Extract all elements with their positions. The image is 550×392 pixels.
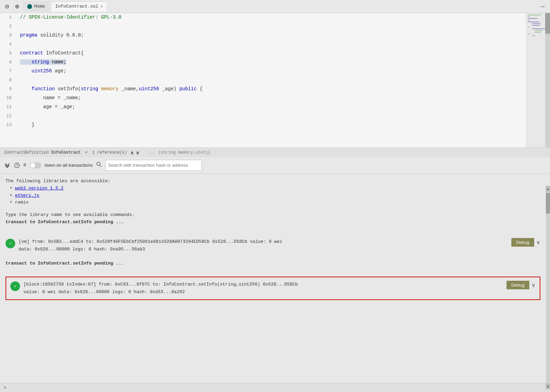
expand-button-2[interactable]: ∨	[531, 282, 536, 288]
tx-actions-2: Debug ∨	[507, 281, 536, 289]
chevron-double-down-icon	[4, 162, 10, 168]
line-content-7: uint256 age;	[17, 68, 550, 74]
line-num-4: 4	[0, 42, 17, 47]
code-line-13: 13 }	[0, 122, 550, 131]
debug-button-2[interactable]: Debug	[507, 281, 529, 289]
tx-actions-1: Debug ∨	[511, 238, 540, 247]
tx-entry-1: ✓ [vm] from: 0x5B3...eddC4 to: 0x528f48F…	[6, 235, 540, 256]
line-content-8	[17, 77, 550, 83]
code-line-11: 11 age = _age;	[0, 104, 550, 113]
breadcrumb-refs: 1 reference(s)	[92, 150, 127, 155]
breadcrumb-bar: ContractDefinition InfoContract ➤ 1 refe…	[0, 147, 550, 157]
tx-line1-2: [block:19502758 txIndex:67] from: 0xC93.…	[23, 282, 298, 287]
zoom-out-button[interactable]: ⊖	[3, 2, 11, 11]
line-content-6: string name;	[17, 59, 550, 65]
line-num-9: 9	[0, 86, 17, 92]
code-line-4: 4	[0, 41, 550, 50]
line-num-1: 1	[0, 15, 17, 20]
breadcrumb-hint: ... (string memory,uint){	[148, 150, 210, 155]
tx-check-2: ✓	[10, 281, 20, 291]
breadcrumb-name: InfoContract	[51, 150, 81, 155]
scrollbar-up-arrow[interactable]: ▲	[546, 186, 550, 192]
tx-line2-1: data: 0x826...00000 logs: 0 hash: 0xa95.…	[19, 247, 145, 252]
log-hint: Type the library name to see available c…	[6, 212, 540, 226]
code-line-2: 2	[0, 23, 550, 32]
code-line-9: 9 function setInfo(string memory _name,u…	[0, 86, 550, 95]
svg-line-4	[100, 165, 101, 167]
line-content-4	[17, 41, 550, 47]
log-intro-text: The following libraries are accessible:	[6, 178, 110, 184]
collapse-button[interactable]	[4, 162, 10, 168]
close-icon[interactable]: ✕	[100, 4, 103, 9]
line-num-2: 2	[0, 24, 17, 29]
pending-2-text: transact to InfoContract.setInfo pending…	[6, 260, 540, 267]
bottom-bar: >	[0, 383, 550, 392]
code-line-12: 12	[0, 113, 550, 122]
log-lib-2: • ethers.js	[10, 193, 39, 198]
listen-label: listen on all transactions	[45, 163, 93, 168]
resize-icon[interactable]: ↔	[538, 3, 547, 10]
editor-minimap	[526, 13, 545, 147]
tx-line2-2: value: 0 wei data: 0x826...00000 logs: 0…	[23, 289, 185, 295]
pending-1: transact to InfoContract.setInfo pending…	[6, 219, 124, 225]
scrollbar-thumb[interactable]	[546, 193, 550, 214]
lib-link-2[interactable]: ethers.js	[15, 193, 39, 198]
tx-toolbar: 0 listen on all transactions	[0, 157, 550, 174]
debug-button-1[interactable]: Debug	[511, 238, 534, 247]
transaction-panel: 0 listen on all transactions The followi…	[0, 157, 550, 383]
line-num-7: 7	[0, 69, 17, 74]
pending-2: transact to InfoContract.setInfo pending…	[6, 261, 124, 266]
code-line-1: 1 // SPDX-License-Identifier: GPL-3.0	[0, 14, 550, 23]
line-content-5: contract InfoContract{	[17, 50, 550, 56]
lib-link-1[interactable]: web3 version 1.5.2	[15, 186, 63, 191]
clock-icon-button[interactable]	[14, 162, 20, 168]
refs-down-button[interactable]: ∨	[136, 150, 139, 155]
tab-bar: ⊖ ⊕ Home InfoContract.sol ✕ ↔	[0, 0, 550, 13]
line-num-6: 6	[0, 60, 17, 65]
line-num-11: 11	[0, 104, 17, 110]
tab-file-label: InfoContract.sol	[55, 4, 98, 9]
log-lib-3: • remix	[10, 200, 29, 205]
tx-details-1: [vm] from: 0x5B3...eddC4 to: 0x528f48F5E…	[19, 238, 508, 253]
line-content-11: age = _age;	[17, 104, 550, 110]
expand-button-1[interactable]: ∨	[536, 239, 540, 246]
code-line-10: 10 name = _name;	[0, 95, 550, 104]
code-line-8: 8	[0, 77, 550, 86]
line-num-12: 12	[0, 113, 17, 118]
code-line-6: 6 string name;	[0, 59, 550, 68]
tx-log: The following libraries are accessible: …	[0, 174, 550, 383]
editor-scrollbar[interactable]	[545, 13, 550, 147]
clock-icon	[14, 162, 20, 168]
tx-count: 0	[23, 163, 26, 168]
prompt-symbol: >	[3, 385, 6, 391]
code-line-7: 7 uint256 age;	[0, 68, 550, 77]
code-line-5: 5 contract InfoContract{	[0, 50, 550, 59]
line-content-12	[17, 113, 550, 118]
log-lib-1: • web3 version 1.5.2	[10, 186, 63, 191]
hint-text: Type the library name to see available c…	[6, 212, 134, 217]
tx-scrollbar[interactable]: ▲ ▼	[546, 186, 550, 383]
zoom-in-button[interactable]: ⊕	[13, 2, 21, 11]
line-content-13: }	[17, 122, 550, 127]
tx-search-input[interactable]	[105, 160, 202, 171]
breadcrumb-arrow: ➤	[85, 150, 87, 155]
tx-check-1: ✓	[6, 239, 15, 248]
tx-entry-2: ✓ [block:19502758 txIndex:67] from: 0xC9…	[6, 277, 540, 300]
tab-file[interactable]: InfoContract.sol ✕	[51, 1, 107, 12]
search-icon	[96, 162, 102, 169]
svg-point-3	[97, 162, 100, 166]
refs-up-button[interactable]: ∧	[130, 150, 134, 155]
tab-home-label: Home	[34, 4, 45, 9]
line-content-2	[17, 23, 550, 29]
line-num-5: 5	[0, 51, 17, 56]
tx-details-2: [block:19502758 txIndex:67] from: 0xC93.…	[23, 281, 503, 296]
line-content-10: name = _name;	[17, 95, 550, 101]
tx-line1-1: [vm] from: 0x5B3...eddC4 to: 0x528f48F5E…	[19, 239, 282, 244]
listen-toggle[interactable]	[30, 162, 41, 168]
tab-home[interactable]: Home	[23, 1, 49, 12]
home-icon	[27, 4, 32, 9]
line-num-3: 3	[0, 33, 17, 38]
editor-scrollbar-thumb[interactable]	[545, 13, 550, 34]
code-line-3: 3 pragma solidity 0.8.0;	[0, 32, 550, 41]
line-content-9: function setInfo(string memory _name,uin…	[17, 86, 550, 92]
